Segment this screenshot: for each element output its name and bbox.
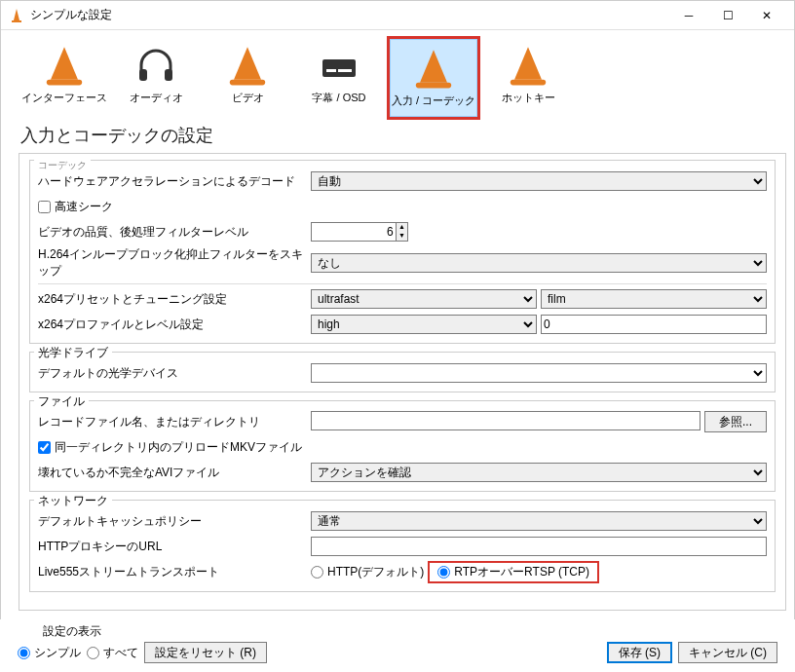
tab-input-codec-highlight: 入力 / コーデック	[387, 36, 480, 120]
tab-hotkeys-label: ホットキー	[502, 91, 555, 105]
tab-subtitle[interactable]: 字幕 / OSD	[295, 36, 383, 114]
group-optical-legend: 光学ドライブ	[34, 345, 112, 361]
group-codec-legend: コーデック	[34, 159, 91, 172]
tab-video[interactable]: ビデオ	[204, 36, 291, 114]
close-button[interactable]: ✕	[747, 6, 786, 25]
svg-rect-3	[165, 69, 172, 81]
tab-subtitle-label: 字幕 / OSD	[312, 91, 365, 105]
tab-interface[interactable]: インターフェース	[20, 36, 108, 114]
quality-input[interactable]	[311, 222, 397, 242]
live555-http-radio[interactable]	[311, 566, 323, 579]
h264-skip-select[interactable]: なし	[311, 253, 767, 273]
svg-marker-0	[14, 9, 19, 20]
avi-label: 壊れているか不完全なAVIファイル	[38, 465, 311, 481]
svg-rect-4	[322, 59, 356, 77]
hw-decode-label: ハードウェアアクセラレーションによるデコード	[38, 173, 311, 190]
cancel-button[interactable]: キャンセル (C)	[678, 642, 777, 663]
record-path-label: レコードファイル名、またはディレクトリ	[38, 414, 311, 430]
tab-interface-label: インターフェース	[21, 91, 107, 105]
group-file: ファイル レコードファイル名、またはディレクトリ 参照... 同一ディレクトリ内…	[29, 400, 776, 492]
group-network: ネットワーク デフォルトキャッシュポリシー 通常 HTTPプロキシーのURL L…	[29, 500, 776, 592]
quality-spinner[interactable]: ▲▼	[397, 222, 408, 242]
cache-policy-select[interactable]: 通常	[311, 511, 767, 531]
group-codec: コーデック ハードウェアアクセラレーションによるデコード 自動 高速シーク ビデ…	[29, 160, 776, 344]
x264-level-input[interactable]	[541, 315, 767, 334]
tab-video-label: ビデオ	[232, 91, 264, 105]
tab-input-codec-label: 入力 / コーデック	[392, 93, 475, 108]
show-simple-radio-label[interactable]: シンプル	[18, 645, 81, 661]
live555-label: Live555ストリームトランスポート	[38, 564, 311, 580]
titlebar: シンプルな設定 ─ ☐ ✕	[1, 1, 794, 30]
avi-action-select[interactable]: アクションを確認	[311, 463, 767, 482]
subtitle-icon	[319, 46, 360, 87]
optical-default-label: デフォルトの光学デバイス	[38, 365, 311, 382]
record-path-input[interactable]	[311, 411, 700, 430]
settings-scroll-area[interactable]: コーデック ハードウェアアクセラレーションによるデコード 自動 高速シーク ビデ…	[19, 153, 786, 611]
show-all-radio-label[interactable]: すべて	[87, 645, 138, 661]
browse-button[interactable]: 参照...	[704, 411, 767, 432]
page-heading: 入力とコーデックの設定	[1, 120, 794, 153]
h264-skip-label: H.264インループブロック化抑止フィルターをスキップ	[38, 246, 311, 280]
quality-label: ビデオの品質、後処理フィルターレベル	[38, 224, 311, 241]
x264-profile-select[interactable]: high	[311, 315, 537, 334]
show-all-radio[interactable]	[87, 647, 99, 659]
vlc-icon	[9, 8, 24, 23]
tab-audio[interactable]: オーディオ	[112, 36, 200, 114]
headphones-icon	[135, 46, 176, 87]
optical-default-select[interactable]	[311, 363, 767, 383]
save-button[interactable]: 保存 (S)	[607, 642, 672, 663]
x264-profile-label: x264プロファイルとレベル設定	[38, 317, 311, 333]
svg-rect-6	[338, 69, 352, 72]
live555-rtsp-highlight: RTPオーバーRTSP (TCP)	[428, 561, 599, 583]
window-title: シンプルな設定	[30, 7, 669, 23]
cache-policy-label: デフォルトキャッシュポリシー	[38, 513, 311, 530]
http-proxy-label: HTTPプロキシーのURL	[38, 539, 311, 555]
x264-preset-label: x264プリセットとチューニング設定	[38, 291, 311, 308]
maximize-button[interactable]: ☐	[708, 6, 747, 25]
preload-mkv-label[interactable]: 同一ディレクトリ内のプリロードMKVファイル	[38, 439, 302, 456]
show-simple-radio[interactable]	[18, 647, 30, 659]
x264-preset-select[interactable]: ultrafast	[311, 289, 537, 309]
fastseek-checkbox-label[interactable]: 高速シーク	[38, 199, 113, 215]
tab-hotkeys[interactable]: ホットキー	[484, 36, 572, 114]
live555-rtsp-radio-label[interactable]: RTPオーバーRTSP (TCP)	[437, 564, 589, 580]
live555-http-radio-label[interactable]: HTTP(デフォルト)	[311, 564, 424, 580]
category-tabs: インターフェース オーディオ ビデオ 字幕 / OSD 入力 / コーデック ホ…	[1, 30, 794, 120]
bottom-bar: 設定の表示 シンプル すべて 設定をリセット (R) 保存 (S) キャンセル …	[0, 619, 795, 672]
tab-audio-label: オーディオ	[130, 91, 183, 105]
hw-decode-select[interactable]: 自動	[311, 171, 767, 191]
tab-input-codec[interactable]: 入力 / コーデック	[390, 39, 477, 117]
reset-button[interactable]: 設定をリセット (R)	[144, 642, 267, 663]
group-network-legend: ネットワーク	[34, 493, 112, 509]
svg-rect-1	[12, 20, 21, 22]
fastseek-checkbox[interactable]	[38, 201, 51, 213]
svg-rect-2	[139, 69, 147, 81]
group-optical: 光学ドライブ デフォルトの光学デバイス	[29, 352, 776, 392]
group-file-legend: ファイル	[34, 393, 89, 410]
http-proxy-input[interactable]	[311, 537, 767, 556]
minimize-button[interactable]: ─	[669, 6, 708, 25]
svg-rect-5	[326, 69, 336, 72]
show-settings-label: 設定の表示	[43, 623, 777, 640]
preload-mkv-checkbox[interactable]	[38, 441, 51, 454]
live555-rtsp-radio[interactable]	[437, 566, 450, 579]
x264-tune-select[interactable]: film	[541, 289, 767, 309]
